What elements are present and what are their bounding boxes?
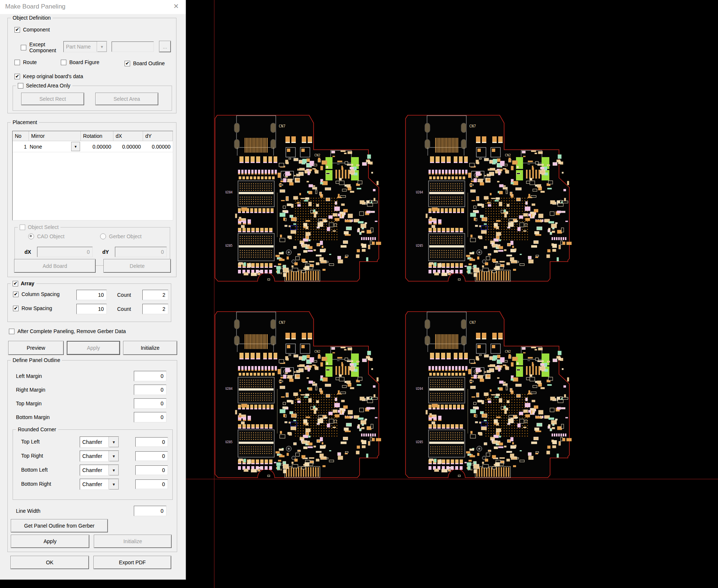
- part-name-combo-value: Part Name: [64, 44, 97, 50]
- selected-area-checkbox[interactable]: [18, 83, 23, 89]
- board-outline-checkbox[interactable]: [125, 61, 130, 66]
- header-dx: dX: [113, 131, 143, 141]
- dialog-title: Make Board Paneling: [5, 3, 66, 10]
- row-count-field[interactable]: 2: [142, 304, 168, 314]
- row-count-value: 2: [162, 306, 165, 312]
- header-dy: dY: [143, 131, 173, 141]
- except-component-checkbox[interactable]: [21, 45, 26, 50]
- define-panel-outline-group: Define Panel Outline Left Margin 0 Right…: [7, 360, 177, 552]
- apply-button-bottom[interactable]: Apply: [11, 535, 89, 548]
- keep-data-checkbox-row[interactable]: Keep original board's data: [14, 73, 83, 79]
- chevron-down-icon[interactable]: ▼: [71, 142, 80, 151]
- object-definition-title: Object Definition: [13, 15, 51, 21]
- row-dx: 0.00000: [113, 141, 143, 152]
- board-figure-checkbox-row[interactable]: Board Figure: [61, 59, 99, 65]
- top-margin-field[interactable]: 0: [134, 398, 166, 409]
- part-name-combo[interactable]: Part Name ▼: [63, 41, 107, 52]
- column-count-label: Count: [117, 292, 131, 298]
- row-spacing-row[interactable]: Row Spacing: [13, 305, 52, 311]
- object-dy-field[interactable]: 0: [115, 247, 167, 257]
- board-outline-checkbox-row[interactable]: Board Outline: [125, 60, 165, 66]
- bottom-left-combo-value: Chamfer: [80, 467, 109, 473]
- remove-gerber-checkbox-row[interactable]: After Complete Paneling, Remove Gerber D…: [9, 328, 126, 334]
- rounded-corner-title: Rounded Corner: [18, 426, 56, 432]
- bottom-right-combo[interactable]: Chamfer ▼: [80, 479, 119, 490]
- row-spacing-checkbox[interactable]: [13, 306, 19, 311]
- bottom-left-field[interactable]: 0: [135, 465, 168, 475]
- right-margin-field[interactable]: 0: [134, 385, 166, 395]
- bottom-left-label: Bottom Left: [21, 467, 48, 473]
- keep-data-checkbox[interactable]: [14, 74, 20, 79]
- chevron-down-icon[interactable]: ▼: [109, 479, 119, 489]
- object-select-checkbox[interactable]: [20, 225, 25, 230]
- bottom-right-value: 0: [162, 481, 165, 487]
- row-spacing-field[interactable]: 10: [76, 304, 107, 314]
- top-left-field[interactable]: 0: [135, 437, 168, 447]
- except-component-field[interactable]: [112, 41, 154, 52]
- table-row[interactable]: 1 None ▼ 0.00000 0.00000 0.00000: [13, 141, 173, 152]
- bottom-left-combo[interactable]: Chamfer ▼: [80, 465, 119, 476]
- define-panel-outline-title: Define Panel Outline: [13, 357, 60, 363]
- export-pdf-label: Export PDF: [119, 559, 146, 565]
- chevron-down-icon[interactable]: ▼: [109, 465, 119, 475]
- top-right-field[interactable]: 0: [135, 451, 168, 461]
- gerber-object-radio[interactable]: [100, 233, 106, 239]
- preview-label: Preview: [27, 345, 45, 351]
- board-figure-checkbox[interactable]: [61, 60, 66, 65]
- ok-button[interactable]: OK: [10, 556, 89, 569]
- export-pdf-button[interactable]: Export PDF: [93, 556, 171, 569]
- chevron-down-icon[interactable]: ▼: [109, 451, 119, 461]
- remove-gerber-checkbox[interactable]: [9, 329, 14, 334]
- route-label: Route: [23, 59, 37, 65]
- cad-object-radio[interactable]: [28, 233, 34, 239]
- gerber-object-label: Gerber Object: [109, 233, 142, 239]
- chevron-down-icon[interactable]: ▼: [109, 437, 119, 447]
- application-window: CN7U204U205CN2U48 Make Board Paneling ✕ …: [0, 0, 718, 588]
- delete-button[interactable]: Delete: [103, 259, 171, 273]
- pcb-canvas[interactable]: CN7U204U205CN2U48: [186, 0, 718, 588]
- line-width-label: Line Width: [16, 508, 40, 514]
- row-count-label: Count: [117, 306, 131, 312]
- chevron-down-icon[interactable]: ▼: [97, 41, 107, 52]
- row-dy: 0.00000: [143, 141, 173, 152]
- select-area-button[interactable]: Select Area: [95, 93, 158, 105]
- top-left-label: Top Left: [21, 439, 40, 445]
- column-spacing-value: 10: [98, 292, 104, 298]
- add-board-label: Add Board: [43, 263, 67, 269]
- gerber-object-radio-row[interactable]: Gerber Object: [100, 233, 142, 239]
- top-left-combo[interactable]: Chamfer ▼: [80, 436, 119, 448]
- right-margin-value: 0: [161, 387, 163, 393]
- cad-object-radio-row[interactable]: CAD Object: [28, 233, 64, 239]
- bottom-margin-field[interactable]: 0: [134, 412, 166, 422]
- rounded-corner-group: Rounded Corner Top Left Chamfer ▼ 0 Top …: [13, 429, 173, 500]
- route-checkbox-row[interactable]: Route: [14, 59, 37, 65]
- browse-button[interactable]: ...: [159, 41, 171, 52]
- get-panel-outline-button[interactable]: Get Panel Outline from Gerber: [11, 519, 108, 532]
- add-board-button[interactable]: Add Board: [14, 259, 96, 273]
- component-checkbox[interactable]: [14, 27, 20, 33]
- preview-button[interactable]: Preview: [8, 341, 64, 355]
- close-icon[interactable]: ✕: [172, 2, 181, 10]
- selected-area-group: Selected Area Only Select Rect Select Ar…: [13, 86, 172, 111]
- array-checkbox[interactable]: [13, 281, 18, 286]
- apply-button-top[interactable]: Apply: [67, 341, 120, 355]
- column-spacing-row[interactable]: Column Spacing: [13, 291, 60, 297]
- mirror-combo[interactable]: None ▼: [30, 141, 80, 152]
- object-dx-field[interactable]: 0: [37, 247, 93, 257]
- column-spacing-field[interactable]: 10: [76, 290, 107, 300]
- object-dx-value: 0: [87, 249, 90, 255]
- select-rect-button[interactable]: Select Rect: [21, 93, 84, 105]
- initialize-button-top[interactable]: Initialize: [123, 341, 177, 355]
- left-margin-field[interactable]: 0: [134, 371, 166, 381]
- column-spacing-checkbox[interactable]: [13, 292, 19, 297]
- bottom-right-field[interactable]: 0: [135, 479, 168, 489]
- top-right-combo[interactable]: Chamfer ▼: [80, 451, 119, 462]
- remove-gerber-label: After Complete Paneling, Remove Gerber D…: [17, 328, 126, 334]
- route-checkbox[interactable]: [14, 60, 20, 65]
- column-count-field[interactable]: 2: [142, 290, 168, 300]
- except-component-row[interactable]: Except Component: [21, 41, 56, 53]
- initialize-button-bottom[interactable]: Initialize: [94, 535, 172, 548]
- line-width-field[interactable]: 0: [134, 506, 166, 516]
- placement-table[interactable]: No Mirror Rotation dX dY 1 None ▼ 0.0000…: [12, 131, 173, 220]
- component-checkbox-row[interactable]: Component: [14, 27, 50, 33]
